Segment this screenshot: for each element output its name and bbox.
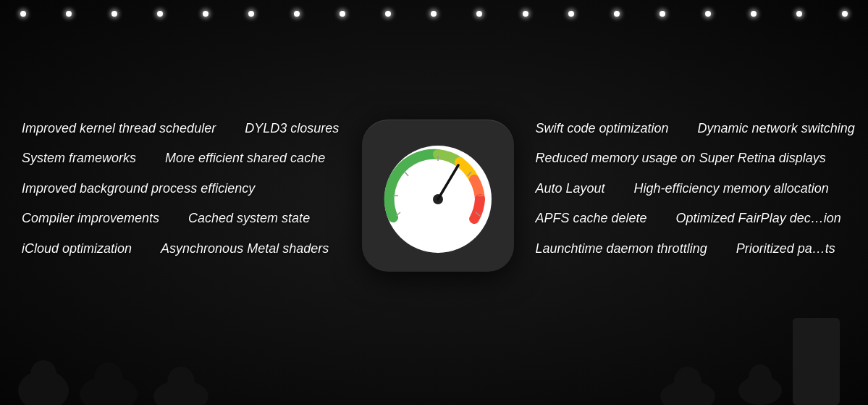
stage-light (523, 11, 528, 17)
feature-text: DYLD3 closures (245, 120, 339, 137)
feature-text: Swift code optimization (536, 120, 669, 137)
feature-row: System frameworks More efficient shared … (22, 150, 325, 167)
feature-text: Asynchronous Metal shaders (161, 241, 329, 257)
feature-row: Improved background process efficiency (22, 180, 255, 197)
stage-light (751, 11, 757, 17)
svg-point-18 (674, 367, 701, 397)
feature-text: Cached system state (188, 210, 310, 227)
stage-light (294, 11, 300, 17)
feature-text: Improved kernel thread scheduler (22, 120, 216, 137)
stage-light (705, 11, 711, 17)
stage-light (157, 11, 163, 17)
stage-light (66, 11, 72, 17)
feature-text: Reduced memory usage on Super Retina dis… (536, 150, 826, 167)
feature-row: iCloud optimization Asynchronous Metal s… (22, 241, 329, 257)
feature-text: System frameworks (22, 150, 136, 167)
feature-text: Improved background process efficiency (22, 180, 255, 197)
svg-point-16 (167, 367, 195, 397)
speedometer-icon (362, 120, 514, 272)
feature-row: Swift code optimization Dynamic network … (536, 120, 855, 137)
stage-light (476, 11, 482, 17)
feature-text: APFS cache delete (536, 210, 647, 227)
stage-light (248, 11, 254, 17)
feature-text: Dynamic network switching (698, 120, 855, 137)
stage-light (796, 11, 802, 17)
feature-text: Compiler improvements (22, 210, 159, 227)
feature-text: Prioritized pa…ts (736, 241, 835, 257)
feature-row: Compiler improvements Cached system stat… (22, 210, 310, 227)
feature-row: Launchtime daemon throttling Prioritized… (536, 241, 835, 257)
speedometer-container (355, 120, 521, 272)
main-content: Improved kernel thread scheduler DYLD3 c… (0, 58, 868, 333)
stage-light (20, 11, 26, 17)
audience-silhouette (0, 318, 868, 405)
stage-light (385, 11, 391, 17)
right-features-panel: Swift code optimization Dynamic network … (521, 120, 869, 270)
stage-light (660, 11, 665, 17)
svg-point-14 (94, 362, 123, 394)
feature-text: Auto Layout (536, 180, 605, 197)
stage-light (340, 11, 345, 17)
stage-light (431, 11, 437, 17)
feature-row: Improved kernel thread scheduler DYLD3 c… (22, 120, 339, 137)
feature-text: Launchtime daemon throttling (536, 241, 707, 257)
feature-text: High-efficiency memory allocation (634, 180, 829, 197)
feature-row: Reduced memory usage on Super Retina dis… (536, 150, 826, 167)
svg-point-22 (749, 364, 772, 391)
stage-light (568, 11, 574, 17)
feature-row: Auto Layout High-efficiency memory alloc… (536, 180, 829, 197)
speedometer-svg (373, 130, 503, 261)
stage-light (614, 11, 620, 17)
stage-light (842, 11, 848, 17)
stage-light (111, 11, 117, 17)
stage-lights (0, 0, 868, 58)
feature-row: APFS cache delete Optimized FairPlay dec… (536, 210, 841, 227)
svg-point-12 (30, 360, 56, 389)
left-features-panel: Improved kernel thread scheduler DYLD3 c… (0, 120, 355, 270)
feature-text: Optimized FairPlay dec…ion (676, 210, 841, 227)
feature-text: iCloud optimization (22, 241, 132, 257)
feature-text: More efficient shared cache (165, 150, 325, 167)
stage-light (203, 11, 208, 17)
